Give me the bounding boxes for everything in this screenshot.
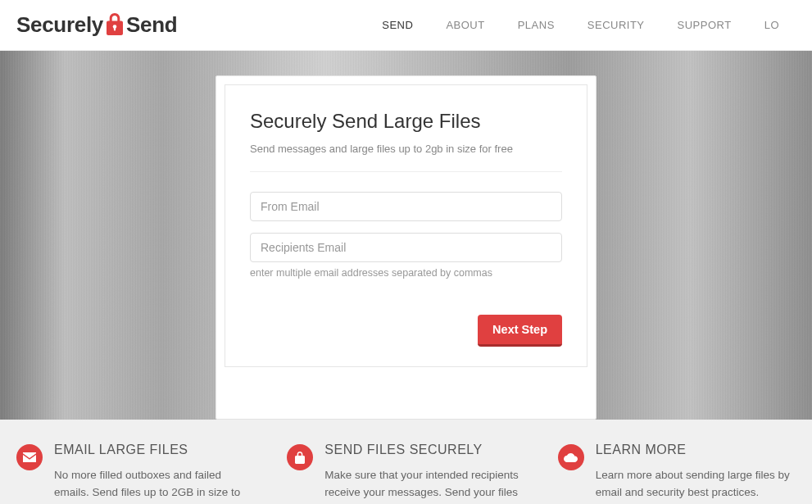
feature-email: EMAIL LARGE FILES No more filled outboxe…	[16, 443, 254, 504]
nav-security[interactable]: SECURITY	[571, 0, 661, 51]
recipients-email-input[interactable]	[250, 233, 562, 262]
feature-title: LEARN MORE	[596, 443, 796, 457]
svg-rect-1	[114, 27, 116, 31]
feature-body: No more filled outboxes and failed email…	[54, 467, 254, 504]
recipients-helper: enter multiple email addresses separated…	[250, 267, 562, 279]
feature-text: SEND FILES SECURELY Make sure that your …	[324, 443, 524, 502]
form-actions: Next Step	[250, 315, 562, 347]
nav-login[interactable]: LO	[748, 0, 796, 51]
feature-learn: LEARN MORE Learn more about sending larg…	[558, 443, 796, 504]
logo-part1: Securely	[16, 12, 103, 38]
hero-section: Securely Send Large Files Send messages …	[0, 51, 812, 420]
form-subtitle: Send messages and large files up to 2gb …	[250, 143, 562, 155]
send-card-inner: Securely Send Large Files Send messages …	[225, 84, 587, 367]
nav-support[interactable]: SUPPORT	[661, 0, 748, 51]
cloud-icon	[558, 444, 584, 470]
form-title: Securely Send Large Files	[250, 110, 562, 133]
feature-text: LEARN MORE Learn more about sending larg…	[596, 443, 796, 502]
divider	[250, 171, 562, 172]
nav-plans[interactable]: PLANS	[501, 0, 571, 51]
feature-title: EMAIL LARGE FILES	[54, 443, 254, 457]
feature-title: SEND FILES SECURELY	[324, 443, 524, 457]
logo-part2: Send	[126, 12, 177, 38]
main-nav: SEND ABOUT PLANS SECURITY SUPPORT LO	[365, 0, 796, 51]
lock-icon	[287, 444, 313, 470]
next-step-button[interactable]: Next Step	[478, 315, 562, 347]
nav-about[interactable]: ABOUT	[429, 0, 501, 51]
feature-text: EMAIL LARGE FILES No more filled outboxe…	[54, 443, 254, 504]
envelope-icon	[16, 444, 43, 470]
send-card: Securely Send Large Files Send messages …	[215, 75, 597, 420]
lock-icon	[104, 13, 125, 37]
nav-send[interactable]: SEND	[365, 0, 429, 51]
feature-body: Make sure that your intended recipients …	[324, 467, 524, 502]
header: Securely Send SEND ABOUT PLANS SECURITY …	[0, 0, 812, 51]
feature-body: Learn more about sending large files by …	[596, 467, 796, 502]
logo[interactable]: Securely Send	[16, 12, 177, 38]
features-row: EMAIL LARGE FILES No more filled outboxe…	[0, 420, 812, 504]
from-email-input[interactable]	[250, 192, 562, 221]
feature-secure: SEND FILES SECURELY Make sure that your …	[287, 443, 524, 504]
